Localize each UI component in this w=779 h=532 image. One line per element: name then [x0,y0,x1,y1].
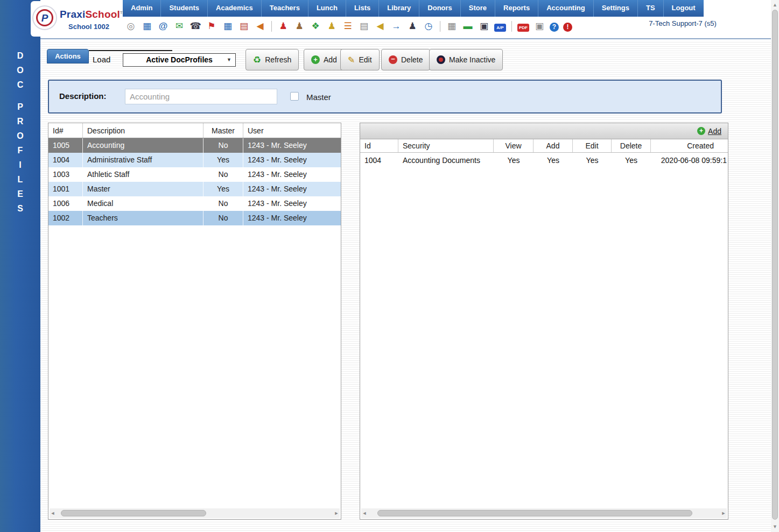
column-header-id[interactable]: Id# [48,123,83,138]
column-header-master[interactable]: Master [203,123,243,138]
student-icon[interactable]: ♟ [293,20,305,32]
edit-label: Edit [359,55,371,64]
table-row[interactable]: 1004 Accounting Documents Yes Yes Yes Ye… [360,153,728,168]
nav-item-library[interactable]: Library [379,0,419,17]
row-id: 1001 [48,182,83,196]
nav-item-students[interactable]: Students [161,0,208,17]
security-horizontal-scrollbar[interactable]: ◄ ► [361,508,727,518]
make-inactive-button[interactable]: Make Inactive [429,49,503,70]
scroll-down-arrow-icon[interactable]: ▼ [771,523,779,530]
refresh-button[interactable]: ♻ Refresh [245,49,299,70]
horn-icon[interactable]: ◀ [374,20,386,32]
table-row[interactable]: 1001 Master Yes 1243 - Mr. Seeley [48,182,341,196]
top-nav: Admin Students Academics Teachers Lunch … [123,0,704,17]
announcement-icon[interactable]: ◀ [254,20,266,32]
printer-icon[interactable]: ▣ [534,20,545,32]
table-row[interactable]: 1003 Athletic Staff No 1243 - Mr. Seeley [48,167,341,182]
scrollbar-thumb[interactable] [377,510,692,516]
nav-item-academics[interactable]: Academics [208,0,262,17]
nav-item-teachers[interactable]: Teachers [262,0,308,17]
scrollbar-thumb[interactable] [61,510,206,516]
calendar-date-icon[interactable]: ▤ [238,20,250,32]
delete-minus-icon: − [389,55,397,64]
chat-icon[interactable]: ✉ [173,20,185,32]
staff-icon[interactable]: ♟ [406,20,418,32]
scroll-up-arrow-icon[interactable]: ▲ [771,1,779,9]
row-user: 1243 - Mr. Seeley [243,211,341,225]
add-security-link[interactable]: Add [708,127,721,136]
help-icon[interactable]: ? [550,23,559,32]
add-student-icon[interactable]: ♟ [277,20,289,32]
lunch-icon[interactable]: ☰ [342,20,354,32]
row-master: No [203,211,243,225]
security-table-toolbar: + Add [360,123,728,139]
brand-school: School [85,9,120,20]
column-header-security[interactable]: Security [398,139,494,152]
contacts-icon[interactable]: ♟ [326,20,338,32]
mobile-icon[interactable]: ☎ [190,20,201,32]
sidebar-vertical-title: D O C P R O F I L E S [0,48,40,216]
description-label: Description: [59,91,107,101]
row-master: No [203,167,243,182]
nav-item-ts[interactable]: TS [638,0,664,17]
column-header-add[interactable]: Add [534,139,573,152]
profiles-horizontal-scrollbar[interactable]: ◄ ► [50,508,340,518]
alert-icon[interactable]: ! [563,23,572,32]
nav-item-lunch[interactable]: Lunch [308,0,346,17]
table-row[interactable]: 1004 Administrative Staff Yes 1243 - Mr.… [48,153,341,167]
scroll-left-arrow-icon[interactable]: ◄ [50,508,56,518]
column-header-created[interactable]: Created [651,139,728,152]
nav-item-reports[interactable]: Reports [495,0,538,17]
email-icon[interactable]: @ [157,20,169,32]
docprofiles-filter-select[interactable]: Active DocProfiles ▼ [123,53,236,67]
scroll-right-arrow-icon[interactable]: ► [720,508,727,518]
refresh-label: Refresh [265,55,291,64]
row-edit: Yes [573,153,612,168]
row-master: No [203,138,243,153]
column-header-view[interactable]: View [494,139,534,152]
row-master: Yes [203,153,243,167]
description-input[interactable] [125,89,277,104]
column-header-user[interactable]: User [243,123,341,138]
scroll-right-arrow-icon[interactable]: ► [333,508,340,518]
add-button[interactable]: + Add [304,49,345,70]
master-checkbox[interactable] [290,92,299,101]
praxischool-logo-icon: P [32,5,57,30]
scroll-left-arrow-icon[interactable]: ◄ [361,508,368,518]
nav-item-logout[interactable]: Logout [664,0,704,17]
row-id: 1002 [48,211,83,225]
ap-icon[interactable]: A/P [494,24,506,32]
description-filter-panel: Description: Master [48,80,722,114]
column-header-edit[interactable]: Edit [573,139,612,152]
edit-button[interactable]: ✎ Edit [340,49,380,70]
nav-item-lists[interactable]: Lists [346,0,379,17]
tab-actions[interactable]: Actions [47,49,89,63]
nav-item-settings[interactable]: Settings [594,0,638,17]
payment-icon[interactable]: ▬ [462,20,474,32]
pdf-icon[interactable]: PDF [517,24,529,32]
grid-icon[interactable]: ▦ [446,20,458,32]
clock-icon[interactable]: ◷ [423,20,434,32]
delete-button[interactable]: − Delete [381,49,430,70]
print-checks-icon[interactable]: ▣ [478,20,490,32]
sidebar-letter: P [0,100,40,114]
column-header-id[interactable]: Id [360,139,398,152]
table-row[interactable]: 1005 Accounting No 1243 - Mr. Seeley [48,138,341,153]
table-row[interactable]: 1006 Medical No 1243 - Mr. Seeley [48,196,341,211]
nav-item-store[interactable]: Store [461,0,495,17]
export-icon[interactable]: → [390,20,402,32]
nav-item-donors[interactable]: Donors [419,0,461,17]
calendar-icon[interactable]: ▦ [141,20,153,32]
pin-icon[interactable]: ⚑ [206,20,217,32]
window-vertical-scrollbar[interactable]: ▲ ▼ [771,0,779,532]
search-icon[interactable]: ◎ [125,20,137,32]
nav-item-accounting[interactable]: Accounting [538,0,594,17]
table-row[interactable]: 1002 Teachers No 1243 - Mr. Seeley [48,211,341,225]
notes-icon[interactable]: ▤ [358,20,370,32]
schedule-icon[interactable]: ▦ [222,20,234,32]
scrollbar-thumb[interactable] [772,10,778,520]
column-header-description[interactable]: Description [83,123,203,138]
column-header-delete[interactable]: Delete [612,139,651,152]
nav-item-admin[interactable]: Admin [123,0,161,17]
tickets-icon[interactable]: ❖ [310,20,321,32]
